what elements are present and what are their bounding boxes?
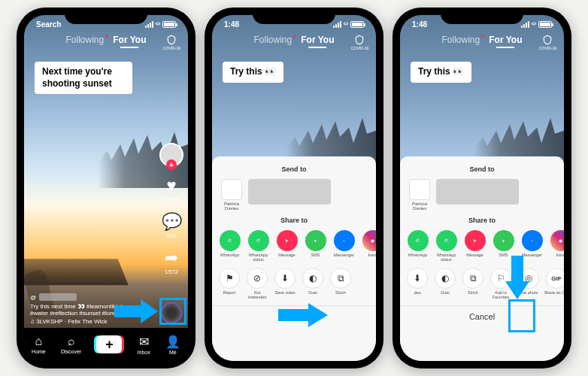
contacts-blur [436, 179, 519, 205]
stitch-icon: ⧉ [462, 268, 483, 289]
whatsapp status-icon: ✆ [436, 230, 457, 251]
like-button[interactable]: ♥48,6K [164, 176, 180, 203]
cancel-button[interactable]: Cancel [400, 305, 564, 324]
insta-icon: ◉ [550, 230, 565, 251]
tab-foryou[interactable]: For You [489, 35, 522, 45]
action-report[interactable]: ⚑Report [217, 268, 242, 299]
caption-overlay: Try this 👀 [411, 62, 471, 83]
signal-icon [145, 21, 153, 28]
insta-icon: ◉ [362, 230, 377, 251]
nav-me[interactable]: 👤Me [165, 335, 180, 355]
svg-marker-1 [278, 303, 328, 327]
inbox-icon: ✉ [138, 335, 150, 349]
contacts-blur [248, 179, 331, 205]
report-icon: ⚑ [219, 268, 240, 289]
covid-badge[interactable]: COVID-19 [163, 35, 180, 50]
signal-icon [521, 21, 529, 28]
nav-home[interactable]: ⌂Home [32, 335, 46, 354]
action-share-as-gif[interactable]: GIFShare as GIF [544, 268, 564, 299]
share-whatsapp[interactable]: ✆WhatsApp [405, 230, 431, 262]
duet-icon: ◐ [435, 268, 456, 289]
share-to-title: Share to [212, 217, 376, 224]
action-duet[interactable]: ◐Duet [432, 268, 458, 299]
actions-row: ⬇deo◐Duet⧉Stitch⚐Add to Favorites◎Live p… [400, 265, 564, 302]
tab-foryou[interactable]: For You [301, 35, 334, 45]
contact-avatar [409, 179, 430, 200]
messenger-icon: ~ [522, 230, 543, 251]
action-duet[interactable]: ◐Duet [300, 268, 326, 299]
signal-icon [333, 21, 341, 28]
not interested-icon: ⊘ [247, 268, 268, 289]
tab-following[interactable]: Following [254, 35, 292, 45]
share-whatsapp-status[interactable]: ✆WhatsApp status [433, 230, 459, 262]
comment-button[interactable]: 💬201 [162, 212, 182, 239]
arrow-annotation-1 [114, 298, 159, 325]
action-stitch[interactable]: ⧉Stitch [328, 268, 353, 299]
contacts-row: Patricia Davies [212, 176, 376, 214]
action-save-video[interactable]: ⬇Save video [272, 268, 298, 299]
share-whatsapp[interactable]: ✆WhatsApp [217, 230, 243, 262]
duet-icon: ◐ [302, 268, 323, 289]
phone-frame-1: Search ⌔ Following For You COVID-19 Next… [17, 8, 195, 368]
create-button[interactable]: + [96, 335, 122, 353]
svg-marker-2 [505, 256, 529, 299]
nav-inbox[interactable]: ✉Inbox [138, 335, 150, 355]
arrow-annotation-3 [504, 256, 531, 301]
covid-badge[interactable]: COVID-19 [539, 35, 556, 50]
notch [65, 8, 147, 24]
phone-frame-3: 1:48 ⌔ Following For You COVID-19 Try th… [393, 8, 571, 368]
whatsapp-icon: ✆ [408, 230, 429, 251]
time: 1:48 [224, 20, 239, 29]
video-screen[interactable]: 1:48 ⌔ Following For You COVID-19 Try th… [212, 15, 376, 361]
share-button[interactable]: ➦1572 [165, 248, 178, 275]
share-sheet: Send to Patricia Davies Share to ✆WhatsA… [400, 156, 564, 361]
caption-overlay: Next time you're shooting sunset [35, 62, 132, 94]
share-highlight-box [159, 298, 186, 325]
share-sms[interactable]: ●SMS [302, 230, 329, 262]
profile-icon: 👤 [165, 335, 180, 349]
contacts-row: Patricia Davies [400, 176, 564, 214]
covid-badge[interactable]: COVID-19 [351, 35, 368, 50]
actions-row: ⚑Report⊘Not interested⬇Save video◐Duet⧉S… [212, 265, 376, 302]
livephoto-highlight-box [508, 299, 535, 332]
comment-icon: 💬 [162, 212, 182, 232]
share-message[interactable]: ➤Message [274, 230, 300, 262]
tab-following[interactable]: Following [66, 35, 105, 45]
action-deo[interactable]: ⬇deo [405, 268, 430, 299]
caption-overlay: Try this 👀 [223, 62, 283, 83]
right-action-rail: ♥48,6K 💬201 ➦1572 [159, 143, 183, 275]
share-messenger[interactable]: ~Messenger [331, 230, 357, 262]
notch [441, 8, 523, 24]
share-insta[interactable]: ◉Insta [547, 230, 564, 262]
contact-item[interactable]: Patricia Davies [220, 179, 244, 211]
notch [253, 8, 335, 24]
creator-avatar[interactable] [159, 143, 183, 167]
share as gif-icon: GIF [546, 268, 564, 289]
share-insta[interactable]: ◉Insta [359, 230, 376, 262]
video-screen[interactable]: 1:48 ⌔ Following For You COVID-19 Try th… [400, 15, 564, 361]
share-apps-row: ✆WhatsApp✆WhatsApp status➤Message●SMS~Me… [212, 227, 376, 265]
home-icon: ⌂ [32, 335, 46, 348]
sms-icon: ● [305, 230, 326, 251]
contact-item[interactable]: Patricia Davies [408, 179, 432, 211]
share-whatsapp-status[interactable]: ✆WhatsApp status [245, 230, 271, 262]
bottom-nav: ⌂Home ⌕Discover + ✉Inbox 👤Me [24, 328, 188, 361]
tab-foryou[interactable]: For You [113, 35, 146, 45]
battery-icon [350, 21, 364, 28]
action-stitch[interactable]: ⧉Stitch [460, 268, 486, 299]
back-search[interactable]: Search [36, 20, 61, 29]
video-screen[interactable]: Search ⌔ Following For You COVID-19 Next… [24, 15, 188, 361]
save video-icon: ⬇ [274, 268, 296, 289]
whatsapp-icon: ✆ [220, 230, 241, 251]
share-message[interactable]: ➤Message [462, 230, 488, 262]
contact-avatar [221, 179, 242, 200]
time: 1:48 [412, 20, 427, 29]
share-to-title: Share to [400, 217, 564, 224]
share-icon: ➦ [165, 248, 178, 268]
tab-following[interactable]: Following [442, 35, 480, 45]
nav-discover[interactable]: ⌕Discover [61, 335, 81, 354]
deo-icon: ⬇ [407, 268, 428, 289]
battery-icon [162, 21, 176, 28]
action-not-interested[interactable]: ⊘Not interested [244, 268, 270, 299]
share-apps-row: ✆WhatsApp✆WhatsApp status➤Message●SMS~Me… [400, 227, 564, 265]
